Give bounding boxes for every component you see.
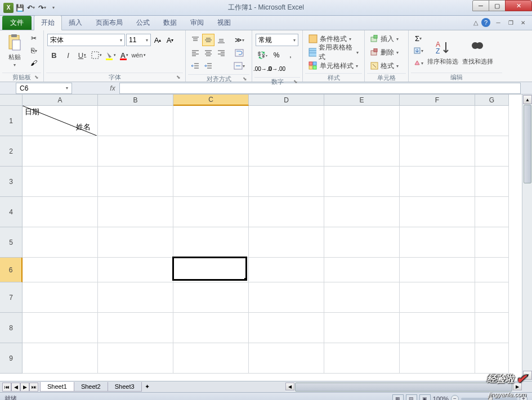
- row-header-3[interactable]: 3: [0, 167, 23, 197]
- cell-G1[interactable]: [475, 106, 509, 136]
- align-left-button[interactable]: [189, 47, 202, 59]
- mdi-minimize-button[interactable]: ─: [494, 19, 503, 26]
- formula-input[interactable]: [119, 83, 521, 94]
- cell-C8[interactable]: [173, 313, 249, 343]
- select-all-corner[interactable]: [0, 95, 23, 106]
- decrease-decimal-button[interactable]: .0→.00: [270, 62, 283, 75]
- font-size-combo[interactable]: 11▾: [126, 34, 151, 46]
- cell-B7[interactable]: [98, 282, 173, 313]
- align-center-button[interactable]: [202, 47, 214, 59]
- cell-styles-button[interactable]: 单元格样式▾: [306, 60, 360, 72]
- insert-cells-button[interactable]: 插入▾: [368, 33, 401, 45]
- cell-A8[interactable]: [23, 313, 98, 343]
- cell-A3[interactable]: [23, 167, 98, 197]
- align-bottom-button[interactable]: [215, 34, 227, 46]
- cell-F7[interactable]: [400, 282, 475, 313]
- sort-filter-button[interactable]: AZ 排序和筛选: [426, 33, 459, 71]
- cell-D4[interactable]: [249, 197, 324, 227]
- cell-C7[interactable]: [173, 282, 249, 313]
- row-header-6[interactable]: 6: [0, 258, 23, 282]
- close-button[interactable]: ✕: [505, 0, 532, 11]
- col-header-G[interactable]: G: [475, 95, 509, 106]
- col-header-A[interactable]: A: [23, 95, 98, 106]
- file-tab[interactable]: 文件: [2, 16, 32, 30]
- cell-D9[interactable]: [249, 343, 324, 374]
- cell-D3[interactable]: [249, 167, 324, 197]
- find-select-button[interactable]: 查找和选择: [461, 33, 494, 71]
- minimize-ribbon-icon[interactable]: △: [473, 19, 478, 26]
- font-name-combo[interactable]: 宋体▾: [47, 34, 125, 46]
- cell-C5[interactable]: [173, 227, 249, 258]
- wrap-text-button[interactable]: [231, 47, 248, 59]
- zoom-slider[interactable]: [461, 398, 517, 400]
- cell-G7[interactable]: [475, 282, 509, 313]
- cell-F8[interactable]: [400, 313, 475, 343]
- cell-B8[interactable]: [98, 313, 173, 343]
- fill-color-button[interactable]: ▾: [104, 49, 117, 61]
- mdi-close-button[interactable]: ✕: [518, 19, 527, 26]
- tab-nav-first-button[interactable]: ⏮: [2, 383, 11, 392]
- cell-B1[interactable]: [98, 106, 173, 136]
- cell-E6[interactable]: [324, 258, 400, 282]
- cell-F4[interactable]: [400, 197, 475, 227]
- vertical-scrollbar[interactable]: ▲ ▼: [522, 95, 532, 381]
- sheet-tab-2[interactable]: Sheet2: [74, 382, 108, 392]
- align-middle-button[interactable]: [202, 34, 214, 46]
- percent-button[interactable]: %: [270, 49, 283, 61]
- mdi-restore-button[interactable]: ❐: [506, 19, 515, 26]
- font-launcher-icon[interactable]: ⬊: [175, 74, 182, 81]
- comma-button[interactable]: ,: [284, 49, 297, 61]
- format-painter-button[interactable]: 🖌: [28, 57, 39, 69]
- cell-A4[interactable]: [23, 197, 98, 227]
- format-table-button[interactable]: 套用表格格式▾: [306, 46, 361, 59]
- cell-E9[interactable]: [324, 343, 400, 374]
- cell-B3[interactable]: [98, 167, 173, 197]
- cell-F1[interactable]: [400, 106, 475, 136]
- cell-E1[interactable]: [324, 106, 400, 136]
- cell-D5[interactable]: [249, 227, 324, 258]
- tab-nav-prev-button[interactable]: ◀: [11, 383, 20, 392]
- excel-icon[interactable]: X: [3, 3, 14, 13]
- page-break-view-button[interactable]: ▣: [419, 394, 431, 401]
- cell-A5[interactable]: [23, 227, 98, 258]
- cell-G2[interactable]: [475, 136, 509, 167]
- cell-E2[interactable]: [324, 136, 400, 167]
- underline-button[interactable]: U▾: [75, 49, 89, 61]
- copy-button[interactable]: ⎘▾: [28, 45, 39, 56]
- zoom-level[interactable]: 100%: [433, 395, 449, 401]
- col-header-C[interactable]: C: [173, 95, 249, 106]
- italic-button[interactable]: I: [61, 49, 75, 61]
- cell-A9[interactable]: [23, 343, 98, 374]
- tab-view[interactable]: 视图: [211, 16, 238, 30]
- align-top-button[interactable]: [189, 34, 202, 46]
- align-right-button[interactable]: [215, 47, 227, 59]
- scroll-left-button[interactable]: ◀: [285, 383, 294, 390]
- cell-B9[interactable]: [98, 343, 173, 374]
- cell-A7[interactable]: [23, 282, 98, 313]
- cell-G4[interactable]: [475, 197, 509, 227]
- cell-E7[interactable]: [324, 282, 400, 313]
- fx-button[interactable]: fx: [106, 84, 119, 92]
- accounting-button[interactable]: 💱▾: [256, 49, 269, 61]
- paste-button[interactable]: 粘贴 ▾: [2, 32, 27, 70]
- delete-cells-button[interactable]: 删除▾: [368, 46, 401, 59]
- scroll-up-button[interactable]: ▲: [523, 95, 532, 104]
- shrink-font-button[interactable]: A▾: [164, 34, 176, 46]
- cell-G6[interactable]: [475, 258, 509, 282]
- cell-D1[interactable]: [249, 106, 324, 136]
- increase-indent-button[interactable]: [202, 60, 214, 72]
- cell-A2[interactable]: [23, 136, 98, 167]
- cell-C6[interactable]: [173, 258, 249, 282]
- row-header-9[interactable]: 9: [0, 343, 23, 374]
- tab-review[interactable]: 审阅: [184, 16, 211, 30]
- autosum-button[interactable]: Σ▾: [412, 33, 424, 44]
- tab-nav-next-button[interactable]: ▶: [20, 383, 29, 392]
- new-sheet-button[interactable]: ✦: [142, 383, 153, 392]
- sheet-tab-3[interactable]: Sheet3: [108, 382, 142, 392]
- cell-F6[interactable]: [400, 258, 475, 282]
- cell-F9[interactable]: [400, 343, 475, 374]
- tab-formulas[interactable]: 公式: [129, 16, 157, 30]
- bold-button[interactable]: B: [47, 49, 61, 61]
- name-box[interactable]: C6▾: [16, 83, 72, 94]
- hscroll-thumb[interactable]: [295, 383, 512, 392]
